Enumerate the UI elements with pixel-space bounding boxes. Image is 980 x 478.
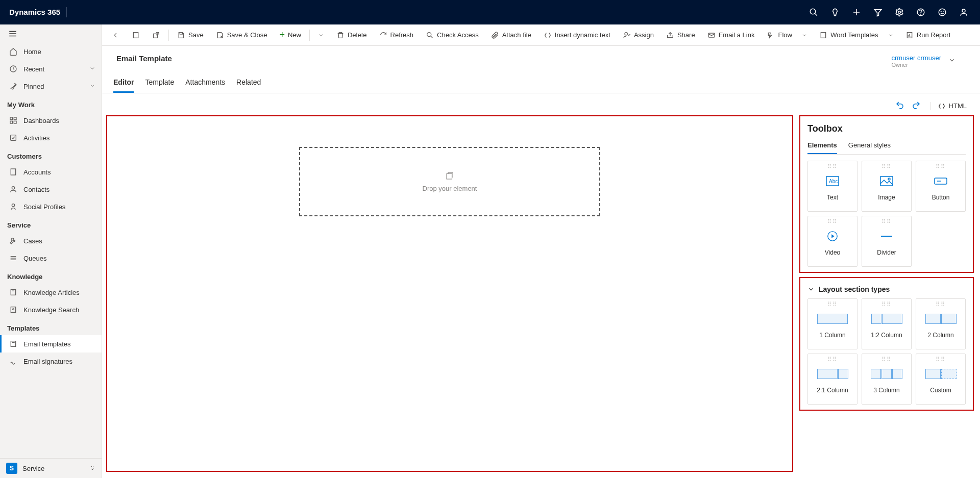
sidebar-item-home[interactable]: Home — [0, 43, 102, 60]
sidebar-item-cases[interactable]: Cases — [0, 232, 102, 249]
tile-label: Video — [825, 249, 840, 256]
undo-button[interactable] — [895, 100, 904, 111]
grip-icon: ⠿⠿ — [827, 302, 838, 306]
sidebar-item-dashboards[interactable]: Dashboards — [0, 112, 102, 129]
flow-button[interactable]: Flow — [761, 24, 813, 46]
record-tabs: Editor Template Attachments Related — [102, 68, 980, 93]
designer-canvas[interactable]: Drop your element — [106, 115, 793, 472]
attach-file-button[interactable]: Attach file — [485, 24, 537, 46]
tile-text[interactable]: ⠿⠿ Abc Text — [807, 161, 857, 212]
dashboard-icon — [9, 116, 17, 124]
delete-button[interactable]: Delete — [330, 24, 373, 46]
tile-video[interactable]: ⠿⠿ Video — [807, 216, 857, 267]
cmd-label: Refresh — [390, 31, 414, 39]
sidebar-item-label: Knowledge Articles — [23, 289, 80, 296]
toolbox-column: Toolbox Elements General styles ⠿⠿ Abc T… — [799, 115, 974, 472]
dropzone[interactable]: Drop your element — [299, 147, 600, 216]
svg-rect-21 — [11, 169, 15, 175]
cmd-label: Save & Close — [227, 31, 267, 39]
smile-icon[interactable] — [932, 0, 952, 24]
book-icon — [9, 288, 17, 296]
toolbox-tab-styles[interactable]: General styles — [848, 141, 891, 154]
sidebar-item-knowledge-search[interactable]: Knowledge Search — [0, 301, 102, 318]
svg-rect-19 — [14, 121, 16, 123]
new-button[interactable]: +New — [273, 24, 307, 46]
word-templates-button[interactable]: Word Templates — [813, 24, 899, 46]
sidebar-footer[interactable]: S Service — [0, 458, 102, 478]
popout-button[interactable] — [146, 24, 166, 46]
assign-button[interactable]: Assign — [617, 24, 660, 46]
refresh-button[interactable]: Refresh — [373, 24, 420, 46]
filter-icon[interactable] — [868, 0, 888, 24]
tile-button[interactable]: ⠿⠿ Button — [916, 161, 966, 212]
sidebar-item-email-templates[interactable]: Email templates — [0, 335, 102, 353]
tile-2-column[interactable]: ⠿⠿ 2 Column — [916, 298, 966, 349]
building-icon — [9, 168, 17, 176]
tab-attachments[interactable]: Attachments — [185, 78, 225, 93]
queue-icon — [9, 254, 17, 262]
svg-line-42 — [430, 36, 432, 38]
insert-dynamic-button[interactable]: Insert dynamic text — [537, 24, 617, 46]
redo-button[interactable] — [912, 100, 921, 111]
tile-label: Text — [827, 194, 838, 201]
save-button[interactable]: Save — [171, 24, 210, 46]
sidebar-item-knowledge-articles[interactable]: Knowledge Articles — [0, 284, 102, 301]
sidebar-item-label: Cases — [23, 237, 42, 245]
new-dropdown[interactable] — [312, 24, 330, 46]
tab-template[interactable]: Template — [145, 78, 174, 93]
toolbox-elements-grid: ⠿⠿ Abc Text ⠿⠿ Image ⠿⠿ Button — [807, 161, 966, 267]
hamburger-button[interactable] — [0, 24, 102, 43]
tab-related[interactable]: Related — [236, 78, 261, 93]
tile-divider[interactable]: ⠿⠿ Divider — [862, 216, 912, 267]
tile-1-column[interactable]: ⠿⠿ 1 Column — [807, 298, 857, 349]
tile-2-1-column[interactable]: ⠿⠿ 2:1 Column — [807, 354, 857, 405]
owner-block[interactable]: crmuser crmuser Owner — [891, 54, 966, 68]
cmd-label: Insert dynamic text — [555, 31, 610, 39]
svg-rect-46 — [821, 32, 825, 38]
sidebar-item-email-signatures[interactable]: Email signatures — [0, 353, 102, 370]
tile-1-2-column[interactable]: ⠿⠿ 1:2 Column — [862, 298, 912, 349]
topbar-left: Dynamics 365 — [6, 7, 67, 17]
sidebar-item-recent[interactable]: Recent — [0, 60, 102, 78]
back-button[interactable] — [105, 24, 126, 46]
tile-label: 2:1 Column — [817, 387, 848, 394]
tab-editor[interactable]: Editor — [113, 78, 134, 93]
col-1-icon — [817, 310, 848, 328]
svg-rect-29 — [11, 290, 15, 295]
toolbox-tab-elements[interactable]: Elements — [807, 141, 837, 154]
signature-icon — [9, 357, 17, 365]
sidebar-item-activities[interactable]: Activities — [0, 129, 102, 146]
cmd-label: Attach file — [502, 31, 531, 39]
person-icon[interactable] — [953, 0, 974, 24]
chevron-updown-icon — [89, 464, 95, 473]
sidebar-item-label: Dashboards — [23, 117, 59, 124]
sidebar-item-contacts[interactable]: Contacts — [0, 181, 102, 198]
tile-3-column[interactable]: ⠿⠿ 3 Column — [862, 354, 912, 405]
sidebar-item-pinned[interactable]: Pinned — [0, 78, 102, 95]
gear-icon[interactable] — [889, 0, 910, 24]
email-link-button[interactable]: Email a Link — [701, 24, 761, 46]
tile-label: 3 Column — [873, 387, 899, 394]
help-icon[interactable] — [911, 0, 931, 24]
plus-icon[interactable] — [846, 0, 867, 24]
sidebar-item-social-profiles[interactable]: Social Profiles — [0, 198, 102, 215]
search-icon[interactable] — [803, 0, 824, 24]
chevron-down-icon[interactable] — [948, 57, 955, 65]
html-button[interactable]: HTML — [930, 102, 967, 110]
layout-section-header[interactable]: Layout section types — [807, 285, 966, 293]
group-templates: Templates — [0, 318, 102, 335]
tile-image[interactable]: ⠿⠿ Image — [862, 161, 912, 212]
svg-rect-35 — [133, 32, 138, 38]
toolbox-panel: Toolbox Elements General styles ⠿⠿ Abc T… — [799, 115, 974, 273]
tile-label: 2 Column — [927, 332, 953, 339]
panel-button[interactable] — [126, 24, 146, 46]
sidebar-item-queues[interactable]: Queues — [0, 249, 102, 267]
owner-name: crmuser crmuser — [891, 54, 941, 62]
sidebar-item-accounts[interactable]: Accounts — [0, 163, 102, 181]
save-close-button[interactable]: Save & Close — [210, 24, 274, 46]
share-button[interactable]: Share — [660, 24, 701, 46]
check-access-button[interactable]: Check Access — [420, 24, 485, 46]
run-report-button[interactable]: Run Report — [899, 24, 957, 46]
tile-custom[interactable]: ⠿⠿ Custom — [916, 354, 966, 405]
lightbulb-icon[interactable] — [825, 0, 845, 24]
